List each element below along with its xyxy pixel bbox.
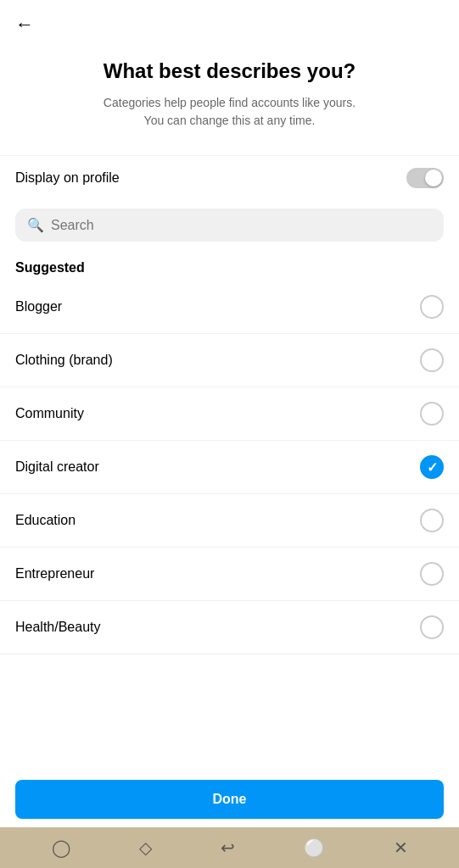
display-on-profile-label: Display on profile [15,170,120,186]
category-name-community: Community [15,406,84,421]
radio-digital-creator[interactable] [420,455,444,479]
radio-blogger[interactable] [420,295,444,319]
palette-icon[interactable]: ⚪ [304,837,325,858]
camera-icon[interactable]: ◯ [52,837,70,858]
bottom-nav: ◯ ◇ ↩ ⚪ ✕ [0,827,459,868]
category-item-health-beauty[interactable]: Health/Beauty [0,601,459,654]
back-arrow-icon: ← [15,14,34,36]
done-button-area: Done [0,771,459,827]
page-title: What best describes you? [34,58,425,84]
radio-clothing[interactable] [420,348,444,372]
back-nav-icon[interactable]: ↩ [221,837,235,858]
close-icon[interactable]: ✕ [394,837,408,858]
display-on-profile-toggle[interactable] [406,168,444,188]
category-name-education: Education [15,513,76,528]
category-item-blogger[interactable]: Blogger [0,281,459,334]
back-button[interactable]: ← [0,0,459,49]
category-name-entrepreneur: Entrepreneur [15,566,94,581]
toggle-knob [425,170,442,186]
category-name-clothing: Clothing (brand) [15,353,113,368]
diamond-icon[interactable]: ◇ [139,837,152,858]
display-on-profile-row: Display on profile [0,155,459,200]
search-input[interactable] [51,218,432,233]
suggested-section-label: Suggested [0,253,459,281]
category-item-entrepreneur[interactable]: Entrepreneur [0,548,459,601]
category-item-clothing[interactable]: Clothing (brand) [0,334,459,387]
category-name-blogger: Blogger [15,299,62,314]
category-item-education[interactable]: Education [0,494,459,548]
radio-community[interactable] [420,402,444,426]
category-list: BloggerClothing (brand)CommunityDigital … [0,281,459,654]
radio-education[interactable] [420,509,444,532]
radio-entrepreneur[interactable] [420,562,444,586]
category-name-digital-creator: Digital creator [15,459,99,475]
search-container: 🔍 [0,200,459,253]
category-item-digital-creator[interactable]: Digital creator [0,441,459,494]
header-section: What best describes you? Categories help… [0,49,459,155]
category-name-health-beauty: Health/Beauty [15,620,101,635]
done-button[interactable]: Done [15,780,444,819]
search-box: 🔍 [15,209,444,242]
radio-health-beauty[interactable] [420,615,444,639]
category-item-community[interactable]: Community [0,387,459,441]
search-icon: 🔍 [27,217,44,233]
page-subtitle: Categories help people find accounts lik… [34,94,425,130]
